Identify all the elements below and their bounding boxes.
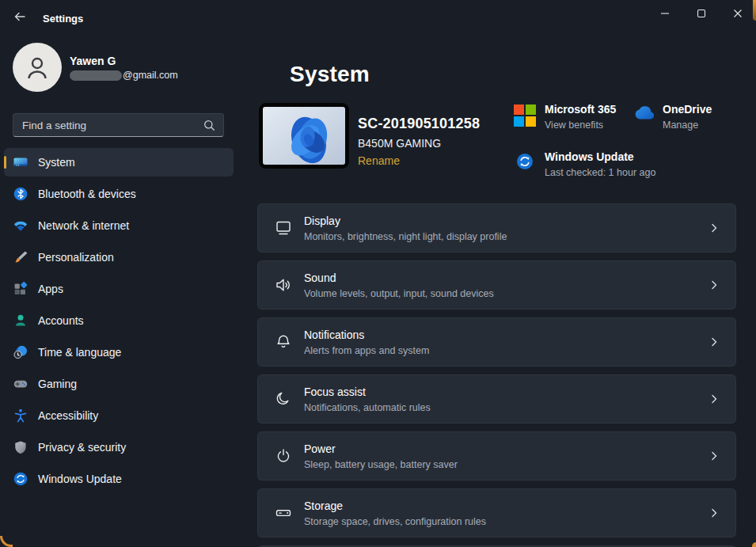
chevron-right-icon xyxy=(709,222,720,234)
quick-link-subtitle: View benefits xyxy=(545,120,616,131)
card-title: Focus assist xyxy=(304,386,431,399)
notifications-bell-icon xyxy=(274,332,293,351)
sidebar-item-network-internet[interactable]: Network & internet xyxy=(4,211,234,240)
card-subtitle: Storage space, drives, configuration rul… xyxy=(304,516,486,527)
windows-update-icon xyxy=(13,471,28,487)
settings-card-focus-assist[interactable]: Focus assist Notifications, automatic ru… xyxy=(257,374,736,424)
window-controls xyxy=(647,0,756,26)
sidebar-item-label: Gaming xyxy=(38,378,77,390)
chevron-right-icon xyxy=(709,507,720,519)
card-subtitle: Volume levels, output, input, sound devi… xyxy=(304,288,494,299)
user-account-block[interactable]: Yawen G @gmail.com xyxy=(13,43,178,92)
sidebar-item-accessibility[interactable]: Accessibility xyxy=(4,401,234,430)
back-button[interactable] xyxy=(8,5,32,28)
device-name: SC-201905101258 xyxy=(358,116,480,132)
time-language-clock-icon xyxy=(13,344,28,360)
card-subtitle: Monitors, brightness, night light, displ… xyxy=(304,231,507,242)
avatar xyxy=(13,43,62,92)
sidebar-item-label: Bluetooth & devices xyxy=(38,188,136,200)
privacy-shield-icon xyxy=(13,439,28,455)
quick-link-microsoft-365[interactable]: Microsoft 365 View benefits xyxy=(513,103,616,131)
storage-drive-icon xyxy=(274,503,293,522)
titlebar: Settings xyxy=(0,0,756,32)
card-title: Notifications xyxy=(304,329,429,342)
sidebar-item-label: System xyxy=(38,156,75,169)
microsoft-logo xyxy=(513,104,537,127)
card-title: Display xyxy=(304,215,507,228)
sidebar-item-time-language[interactable]: Time & language xyxy=(4,338,234,367)
display-icon xyxy=(274,218,293,237)
sidebar-item-label: Time & language xyxy=(38,346,121,359)
sidebar: Yawen G @gmail.com System Bluetooth & de… xyxy=(0,32,237,547)
search-icon[interactable] xyxy=(203,120,215,131)
sidebar-item-apps[interactable]: Apps xyxy=(4,275,234,303)
sidebar-item-label: Accounts xyxy=(38,314,84,327)
quick-link-onedrive[interactable]: OneDrive Manage xyxy=(631,103,712,131)
device-model: B450M GAMING xyxy=(358,137,480,150)
onedrive-cloud-icon xyxy=(631,104,655,122)
device-thumbnail xyxy=(259,103,349,169)
sidebar-item-gaming[interactable]: Gaming xyxy=(4,370,234,398)
quick-link-windows-update[interactable]: Windows Update Last checked: 1 hour ago xyxy=(513,150,655,178)
accounts-person-icon xyxy=(13,313,28,329)
settings-card-sound[interactable]: Sound Volume levels, output, input, soun… xyxy=(257,260,736,310)
maximize-icon xyxy=(697,9,706,18)
minimize-icon xyxy=(660,9,670,18)
quick-link-subtitle: Last checked: 1 hour ago xyxy=(545,167,655,178)
windows-update-icon xyxy=(513,152,537,171)
sidebar-item-privacy-security[interactable]: Privacy & security xyxy=(4,433,234,462)
sidebar-nav: System Bluetooth & devices Network & int… xyxy=(4,148,234,496)
sidebar-item-accounts[interactable]: Accounts xyxy=(4,306,234,335)
system-icon xyxy=(13,154,28,170)
maximize-button[interactable] xyxy=(683,0,720,26)
card-title: Power xyxy=(304,443,458,456)
search-box xyxy=(13,113,224,137)
rename-link[interactable]: Rename xyxy=(358,154,400,167)
sidebar-item-label: Network & internet xyxy=(38,219,129,232)
sidebar-item-system[interactable]: System xyxy=(4,148,234,177)
settings-card-storage[interactable]: Storage Storage space, drives, configura… xyxy=(257,488,736,538)
window-title: Settings xyxy=(43,13,83,25)
close-button[interactable] xyxy=(720,0,756,26)
search-input[interactable] xyxy=(13,120,203,131)
focus-assist-moon-icon xyxy=(274,389,293,408)
card-title: Storage xyxy=(304,500,486,513)
apps-icon xyxy=(13,281,28,297)
sidebar-item-label: Windows Update xyxy=(38,473,122,485)
personalization-brush-icon xyxy=(13,249,28,265)
chevron-right-icon xyxy=(709,393,720,405)
quick-link-title: Windows Update xyxy=(545,150,655,164)
sidebar-item-label: Personalization xyxy=(38,251,114,264)
sound-speaker-icon xyxy=(274,275,293,294)
network-wifi-icon xyxy=(13,218,28,234)
email-domain: @gmail.com xyxy=(123,70,178,81)
sidebar-item-windows-update[interactable]: Windows Update xyxy=(4,465,234,493)
card-subtitle: Sleep, battery usage, battery saver xyxy=(304,459,458,470)
windows-bloom-wallpaper xyxy=(263,107,345,165)
chevron-right-icon xyxy=(709,450,720,462)
gaming-gamepad-icon xyxy=(13,376,28,392)
user-email: @gmail.com xyxy=(70,70,178,81)
sidebar-item-label: Privacy & security xyxy=(38,441,126,454)
card-subtitle: Alerts from apps and system xyxy=(304,345,429,356)
user-name: Yawen G xyxy=(70,54,178,68)
settings-card-notifications[interactable]: Notifications Alerts from apps and syste… xyxy=(257,317,736,367)
redacted-email-prefix xyxy=(70,70,122,81)
quick-link-title: OneDrive xyxy=(663,103,712,116)
bluetooth-icon xyxy=(13,186,28,202)
settings-card-list: Display Monitors, brightness, night ligh… xyxy=(257,203,736,547)
settings-card-display[interactable]: Display Monitors, brightness, night ligh… xyxy=(257,203,736,253)
card-subtitle: Notifications, automatic rules xyxy=(304,402,431,413)
settings-card-power[interactable]: Power Sleep, battery usage, battery save… xyxy=(257,431,736,481)
chevron-right-icon xyxy=(709,279,720,291)
minimize-button[interactable] xyxy=(647,0,683,26)
sidebar-item-personalization[interactable]: Personalization xyxy=(4,243,234,272)
accessibility-person-icon xyxy=(13,408,28,424)
power-icon xyxy=(274,446,293,465)
sidebar-item-label: Accessibility xyxy=(38,409,98,422)
sidebar-item-label: Apps xyxy=(38,283,63,295)
quick-link-title: Microsoft 365 xyxy=(545,103,616,116)
back-arrow-icon xyxy=(13,10,26,23)
sidebar-item-bluetooth-devices[interactable]: Bluetooth & devices xyxy=(4,180,234,208)
person-icon xyxy=(24,54,51,81)
